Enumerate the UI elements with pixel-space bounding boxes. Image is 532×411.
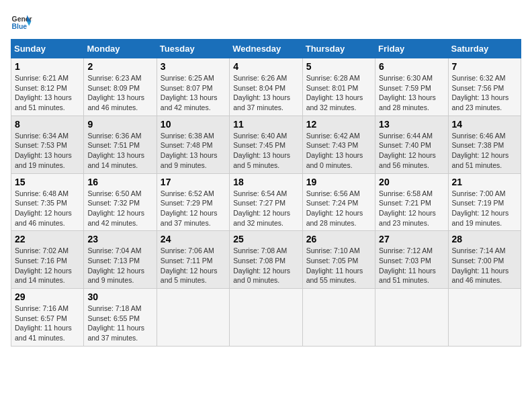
day-number: 22: [15, 234, 80, 244]
day-info: Sunrise: 6:54 AMSunset: 7:27 PMDaylight:…: [233, 189, 290, 227]
calendar-day-cell: 3Sunrise: 6:25 AMSunset: 8:07 PMDaylight…: [157, 58, 229, 116]
calendar-day-cell: 8Sunrise: 6:34 AMSunset: 7:53 PMDaylight…: [11, 116, 84, 173]
day-number: 25: [233, 234, 298, 244]
calendar-day-cell: [448, 289, 521, 347]
day-number: 21: [452, 177, 517, 187]
day-number: 8: [15, 119, 80, 130]
calendar-day-cell: 13Sunrise: 6:44 AMSunset: 7:40 PMDayligh…: [375, 116, 448, 173]
calendar-day-cell: 26Sunrise: 7:10 AMSunset: 7:05 PMDayligh…: [302, 231, 375, 289]
calendar-day-cell: 18Sunrise: 6:54 AMSunset: 7:27 PMDayligh…: [230, 173, 302, 231]
day-info: Sunrise: 7:00 AMSunset: 7:19 PMDaylight:…: [452, 189, 509, 227]
calendar-day-cell: 15Sunrise: 6:48 AMSunset: 7:35 PMDayligh…: [11, 173, 84, 231]
weekday-header-friday: Friday: [375, 40, 448, 58]
weekday-header-tuesday: Tuesday: [157, 40, 229, 58]
day-info: Sunrise: 6:36 AMSunset: 7:51 PMDaylight:…: [87, 132, 144, 169]
day-info: Sunrise: 7:16 AMSunset: 6:57 PMDaylight:…: [15, 304, 72, 342]
calendar-week-row: 29Sunrise: 7:16 AMSunset: 6:57 PMDayligh…: [11, 289, 521, 347]
calendar-day-cell: 27Sunrise: 7:12 AMSunset: 7:03 PMDayligh…: [375, 231, 448, 289]
day-info: Sunrise: 7:06 AMSunset: 7:11 PMDaylight:…: [161, 246, 218, 284]
calendar-day-cell: 9Sunrise: 6:36 AMSunset: 7:51 PMDaylight…: [84, 116, 157, 173]
day-number: 16: [87, 177, 152, 187]
weekday-header-thursday: Thursday: [302, 40, 375, 58]
calendar-day-cell: 23Sunrise: 7:04 AMSunset: 7:13 PMDayligh…: [84, 231, 157, 289]
day-info: Sunrise: 6:42 AMSunset: 7:43 PMDaylight:…: [306, 132, 363, 169]
logo-icon: General Blue: [11, 11, 32, 32]
day-number: 3: [161, 61, 226, 72]
calendar-day-cell: 16Sunrise: 6:50 AMSunset: 7:32 PMDayligh…: [84, 173, 157, 231]
day-info: Sunrise: 6:40 AMSunset: 7:45 PMDaylight:…: [233, 132, 290, 169]
calendar-day-cell: 4Sunrise: 6:26 AMSunset: 8:04 PMDaylight…: [230, 58, 302, 116]
day-number: 15: [15, 177, 80, 187]
day-number: 14: [452, 119, 517, 130]
calendar-day-cell: 12Sunrise: 6:42 AMSunset: 7:43 PMDayligh…: [302, 116, 375, 173]
day-number: 5: [306, 61, 371, 72]
calendar-day-cell: [302, 289, 375, 347]
day-info: Sunrise: 7:12 AMSunset: 7:03 PMDaylight:…: [379, 246, 436, 284]
day-info: Sunrise: 6:38 AMSunset: 7:48 PMDaylight:…: [161, 132, 218, 169]
day-info: Sunrise: 6:44 AMSunset: 7:40 PMDaylight:…: [379, 132, 436, 169]
calendar-day-cell: 22Sunrise: 7:02 AMSunset: 7:16 PMDayligh…: [11, 231, 84, 289]
day-number: 10: [161, 119, 226, 130]
calendar-day-cell: 30Sunrise: 7:18 AMSunset: 6:55 PMDayligh…: [84, 289, 157, 347]
weekday-header-monday: Monday: [84, 40, 157, 58]
day-number: 20: [379, 177, 444, 187]
calendar-day-cell: 7Sunrise: 6:32 AMSunset: 7:56 PMDaylight…: [448, 58, 521, 116]
calendar-week-row: 1Sunrise: 6:21 AMSunset: 8:12 PMDaylight…: [11, 58, 521, 116]
day-number: 13: [379, 119, 444, 130]
day-info: Sunrise: 6:21 AMSunset: 8:12 PMDaylight:…: [15, 74, 72, 111]
day-info: Sunrise: 6:48 AMSunset: 7:35 PMDaylight:…: [15, 189, 72, 227]
day-number: 1: [15, 61, 80, 72]
day-info: Sunrise: 6:46 AMSunset: 7:38 PMDaylight:…: [452, 132, 509, 169]
day-info: Sunrise: 7:14 AMSunset: 7:00 PMDaylight:…: [452, 246, 509, 284]
calendar-day-cell: 19Sunrise: 6:56 AMSunset: 7:24 PMDayligh…: [302, 173, 375, 231]
day-info: Sunrise: 6:23 AMSunset: 8:09 PMDaylight:…: [87, 74, 144, 111]
day-info: Sunrise: 6:50 AMSunset: 7:32 PMDaylight:…: [87, 189, 144, 227]
day-info: Sunrise: 6:58 AMSunset: 7:21 PMDaylight:…: [379, 189, 436, 227]
logo: General Blue: [11, 11, 32, 32]
calendar-day-cell: 1Sunrise: 6:21 AMSunset: 8:12 PMDaylight…: [11, 58, 84, 116]
day-info: Sunrise: 6:52 AMSunset: 7:29 PMDaylight:…: [161, 189, 218, 227]
day-number: 19: [306, 177, 371, 187]
weekday-header-sunday: Sunday: [11, 40, 84, 58]
calendar-week-row: 22Sunrise: 7:02 AMSunset: 7:16 PMDayligh…: [11, 231, 521, 289]
calendar-day-cell: 21Sunrise: 7:00 AMSunset: 7:19 PMDayligh…: [448, 173, 521, 231]
calendar-day-cell: 10Sunrise: 6:38 AMSunset: 7:48 PMDayligh…: [157, 116, 229, 173]
calendar-day-cell: 17Sunrise: 6:52 AMSunset: 7:29 PMDayligh…: [157, 173, 229, 231]
weekday-header-saturday: Saturday: [448, 40, 521, 58]
day-info: Sunrise: 7:18 AMSunset: 6:55 PMDaylight:…: [87, 304, 144, 342]
calendar-week-row: 8Sunrise: 6:34 AMSunset: 7:53 PMDaylight…: [11, 116, 521, 173]
day-number: 11: [233, 119, 298, 130]
calendar-day-cell: [157, 289, 229, 347]
day-info: Sunrise: 6:25 AMSunset: 8:07 PMDaylight:…: [161, 74, 218, 111]
svg-marker-3: [27, 21, 31, 26]
day-info: Sunrise: 7:08 AMSunset: 7:08 PMDaylight:…: [233, 246, 290, 284]
svg-text:Blue: Blue: [12, 23, 28, 30]
day-number: 12: [306, 119, 371, 130]
calendar-day-cell: [230, 289, 302, 347]
day-number: 6: [379, 61, 444, 72]
day-number: 26: [306, 234, 371, 244]
header: General Blue: [11, 11, 521, 32]
day-number: 17: [161, 177, 226, 187]
calendar-day-cell: 28Sunrise: 7:14 AMSunset: 7:00 PMDayligh…: [448, 231, 521, 289]
calendar-day-cell: 2Sunrise: 6:23 AMSunset: 8:09 PMDaylight…: [84, 58, 157, 116]
day-info: Sunrise: 7:10 AMSunset: 7:05 PMDaylight:…: [306, 246, 363, 284]
calendar-body: 1Sunrise: 6:21 AMSunset: 8:12 PMDaylight…: [11, 58, 521, 347]
calendar-day-cell: 6Sunrise: 6:30 AMSunset: 7:59 PMDaylight…: [375, 58, 448, 116]
day-info: Sunrise: 6:34 AMSunset: 7:53 PMDaylight:…: [15, 132, 72, 169]
day-info: Sunrise: 6:28 AMSunset: 8:01 PMDaylight:…: [306, 74, 363, 111]
calendar-week-row: 15Sunrise: 6:48 AMSunset: 7:35 PMDayligh…: [11, 173, 521, 231]
day-number: 2: [87, 61, 152, 72]
calendar-table: SundayMondayTuesdayWednesdayThursdayFrid…: [11, 39, 521, 347]
day-number: 29: [15, 291, 80, 302]
day-info: Sunrise: 6:56 AMSunset: 7:24 PMDaylight:…: [306, 189, 363, 227]
weekday-header-wednesday: Wednesday: [230, 40, 302, 58]
day-number: 4: [233, 61, 298, 72]
calendar-day-cell: 24Sunrise: 7:06 AMSunset: 7:11 PMDayligh…: [157, 231, 229, 289]
day-number: 7: [452, 61, 517, 72]
calendar-day-cell: 11Sunrise: 6:40 AMSunset: 7:45 PMDayligh…: [230, 116, 302, 173]
day-info: Sunrise: 7:04 AMSunset: 7:13 PMDaylight:…: [87, 246, 144, 284]
calendar-day-cell: 25Sunrise: 7:08 AMSunset: 7:08 PMDayligh…: [230, 231, 302, 289]
day-number: 30: [87, 291, 152, 302]
day-number: 9: [87, 119, 152, 130]
